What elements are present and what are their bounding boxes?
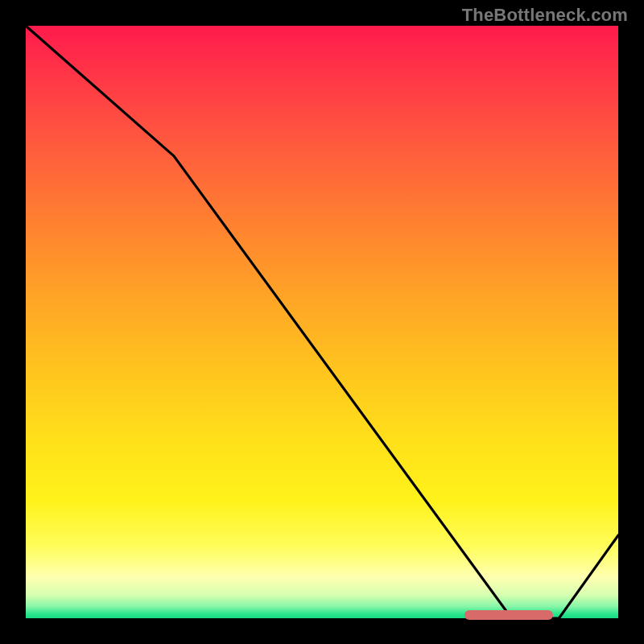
watermark-text: TheBottleneck.com — [462, 5, 628, 26]
chart-plot-area — [26, 26, 618, 618]
optimal-range-marker — [464, 610, 553, 620]
chart-line-svg — [26, 26, 618, 618]
chart-line — [26, 26, 618, 618]
